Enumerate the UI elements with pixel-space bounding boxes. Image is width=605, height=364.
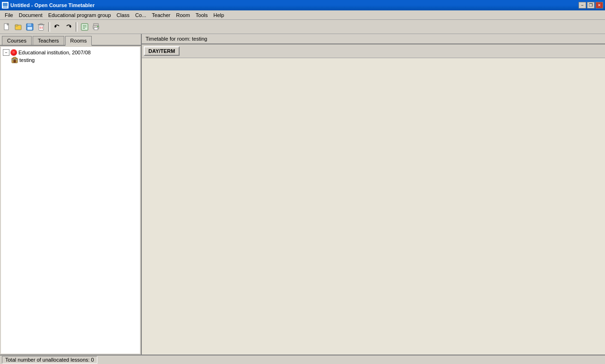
timetable-toolbar: DAY/TERM — [142, 44, 605, 58]
menu-tools[interactable]: Tools — [193, 11, 211, 19]
export-button[interactable] — [79, 22, 90, 32]
menu-room[interactable]: Room — [173, 11, 192, 19]
menu-teacher[interactable]: Teacher — [149, 11, 173, 19]
svg-rect-11 — [39, 25, 43, 30]
room-testing-label: testing — [19, 57, 35, 63]
institution-icon — [10, 49, 17, 56]
print-button[interactable] — [91, 22, 101, 32]
svg-rect-32 — [16, 59, 17, 60]
day-term-button[interactable]: DAY/TERM — [144, 46, 180, 56]
title-bar: Untitled - Open Course Timetabler − ❐ ✕ — [0, 0, 605, 10]
tab-teachers[interactable]: Teachers — [33, 36, 64, 45]
svg-rect-28 — [13, 57, 16, 59]
app-icon — [2, 2, 9, 9]
room-icon — [11, 57, 18, 63]
timetable-header: Timetable for room: testing — [142, 34, 605, 44]
restore-button[interactable]: ❐ — [587, 2, 595, 9]
svg-rect-7 — [15, 25, 18, 26]
menu-bar: File Document Educational program group … — [0, 10, 605, 20]
tree-room-testing[interactable]: testing — [11, 56, 138, 64]
open-button[interactable] — [13, 22, 24, 32]
window-controls: − ❐ ✕ — [579, 2, 603, 9]
delete-button[interactable] — [36, 22, 46, 32]
save-button[interactable] — [25, 22, 35, 32]
toolbar-separator-2 — [76, 22, 78, 32]
svg-rect-10 — [27, 27, 32, 30]
tree-view: − Educational institution, 2007/08 — [1, 47, 140, 354]
undo-button[interactable] — [52, 22, 62, 32]
svg-rect-13 — [40, 24, 43, 25]
tree-expand-icon[interactable]: − — [3, 49, 9, 56]
timetable-title: Timetable for room: testing — [146, 36, 207, 42]
svg-rect-24 — [94, 27, 98, 30]
window-title: Untitled - Open Course Timetabler — [10, 2, 95, 8]
svg-rect-2 — [3, 7, 8, 8]
svg-point-26 — [12, 51, 16, 54]
status-message: Total number of unallocated lessons: 0 — [2, 356, 97, 364]
close-button[interactable]: ✕ — [596, 2, 603, 9]
svg-rect-31 — [12, 59, 14, 60]
status-bar: Total number of unallocated lessons: 0 — [0, 355, 605, 364]
new-button[interactable] — [2, 22, 12, 32]
menu-help[interactable]: Help — [211, 11, 227, 19]
menu-educational-program[interactable]: Educational program group — [45, 11, 114, 19]
tab-courses[interactable]: Courses — [2, 36, 32, 45]
menu-co[interactable]: Co... — [132, 11, 149, 19]
tree-child: testing — [11, 56, 138, 64]
redo-button[interactable] — [63, 22, 74, 32]
main-content: Courses Teachers Rooms − Educational ins… — [0, 34, 605, 355]
svg-rect-9 — [27, 24, 31, 26]
svg-point-25 — [97, 26, 98, 27]
title-bar-left: Untitled - Open Course Timetabler — [2, 2, 95, 9]
tree-root-item[interactable]: − Educational institution, 2007/08 — [3, 49, 138, 56]
toolbar — [0, 20, 605, 34]
minimize-button[interactable]: − — [579, 2, 586, 9]
menu-file[interactable]: File — [2, 11, 16, 19]
timetable-content — [142, 58, 605, 355]
left-panel: Courses Teachers Rooms − Educational ins… — [0, 34, 142, 355]
right-panel: Timetable for room: testing DAY/TERM — [142, 34, 605, 355]
menu-class[interactable]: Class — [114, 11, 133, 19]
svg-rect-1 — [3, 3, 8, 6]
toolbar-separator-1 — [48, 22, 50, 32]
menu-document[interactable]: Document — [16, 11, 45, 19]
institution-label: Educational institution, 2007/08 — [18, 50, 91, 55]
tab-rooms[interactable]: Rooms — [65, 36, 92, 46]
tabs-bar: Courses Teachers Rooms — [0, 34, 141, 46]
